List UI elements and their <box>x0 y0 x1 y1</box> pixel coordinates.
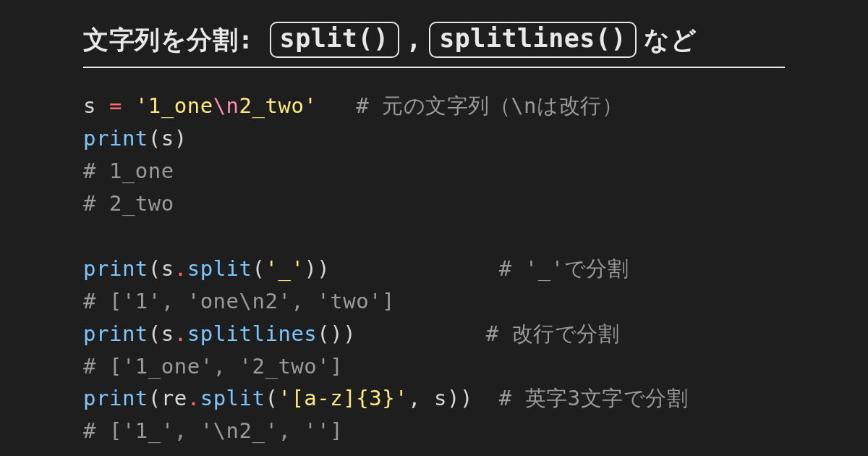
title-box-splitlines: splitlines() <box>429 22 637 58</box>
code-comment: # 元の文字列（\nは改行） <box>356 93 623 118</box>
code-var: s <box>161 256 174 281</box>
code-var: s <box>83 93 96 118</box>
code-punct: )) <box>447 386 473 410</box>
code-block: s = '1_one\n2_two' # 元の文字列（\nは改行） print(… <box>83 90 785 447</box>
code-pad <box>473 386 499 410</box>
code-pad <box>356 321 486 346</box>
code-var: s <box>161 126 174 151</box>
title-prefix: 文字列を分割: <box>83 23 254 57</box>
code-comment: # '_'で分割 <box>499 256 629 281</box>
code-fn: print <box>83 256 148 281</box>
code-str: '[a-z]{3}' <box>278 386 408 410</box>
code-punct: ( <box>148 256 161 281</box>
title-comma: , <box>407 25 422 54</box>
code-punct: ( <box>148 321 161 346</box>
code-punct: ) <box>174 126 187 151</box>
code-punct: ( <box>148 386 161 410</box>
code-comment: # ['1', 'one\n2', 'two'] <box>83 289 395 313</box>
code-comment: # 1_one <box>83 159 174 183</box>
code-call: splitlines <box>187 321 318 346</box>
code-punct: , <box>408 386 434 410</box>
code-dot: . <box>187 386 200 410</box>
code-comment: # ['1_', '\n2_', ''] <box>83 418 343 443</box>
code-call: split <box>200 386 265 410</box>
code-fn: print <box>83 321 148 346</box>
code-comment: # 改行で分割 <box>486 321 619 346</box>
code-comment: # 2_two <box>83 191 174 216</box>
code-punct: ( <box>148 126 161 151</box>
code-punct: )) <box>304 256 330 281</box>
code-var: s <box>434 386 447 410</box>
code-var: s <box>161 321 174 346</box>
code-str: '_' <box>265 256 305 281</box>
code-var: re <box>161 386 187 410</box>
code-op: = <box>109 93 122 118</box>
code-dot: . <box>174 321 187 346</box>
code-pad <box>330 256 498 281</box>
code-punct: ()) <box>317 321 356 346</box>
code-escape: \n <box>213 93 239 118</box>
title-suffix: など <box>644 23 697 57</box>
code-dot: . <box>174 256 187 281</box>
code-punct: ( <box>252 256 265 281</box>
code-call: split <box>187 256 252 281</box>
code-comment: # 英字3文字で分割 <box>499 386 688 410</box>
page-title: 文字列を分割: split() , splitlines() など <box>83 22 785 68</box>
code-str: 2_two' <box>239 93 318 118</box>
code-punct: ( <box>265 386 278 410</box>
code-comment: # ['1_one', '2_two'] <box>83 354 343 379</box>
code-str: '1_one <box>135 93 213 118</box>
code-fn: print <box>83 126 148 151</box>
title-box-split: split() <box>270 22 399 58</box>
code-fn: print <box>83 386 148 410</box>
